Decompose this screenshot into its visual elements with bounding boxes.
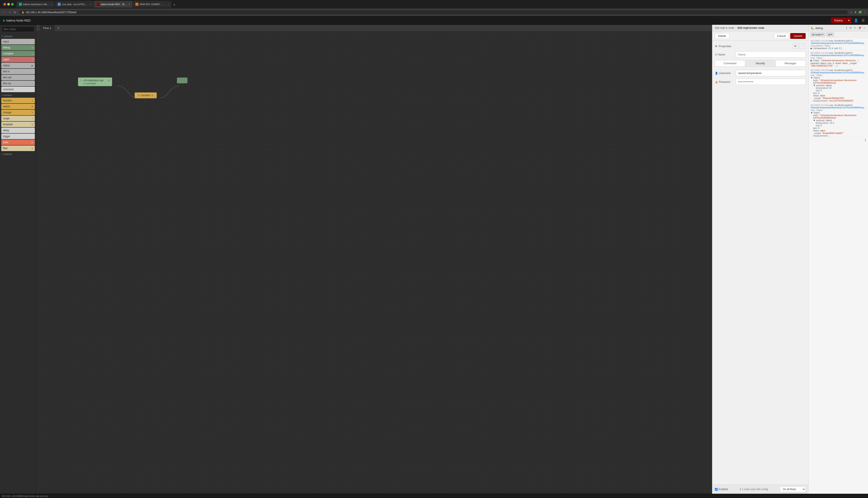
node-template-label: template — [3, 123, 13, 126]
cancel-button[interactable]: Cancel — [774, 33, 789, 39]
enabled-checkbox-label[interactable]: Enabled — [715, 488, 728, 491]
tab-close-node-red[interactable]: × — [129, 3, 130, 5]
flows-select[interactable]: On all flows On current flow — [780, 486, 806, 492]
object-toggle-4[interactable]: ▼ object — [810, 112, 866, 114]
debug-pin-button[interactable]: 📌 — [857, 26, 862, 30]
tab-connection[interactable]: Connection — [715, 61, 745, 66]
node-link-call-label: link call — [3, 76, 11, 79]
debug-path-1: v3/seeed-temperature/devices/eui-2cf7f1c… — [810, 42, 866, 44]
node-change-label: change — [3, 111, 11, 114]
debug-close-button[interactable]: × — [863, 26, 866, 30]
minimize-window-button[interactable] — [7, 3, 10, 5]
extension-icon[interactable]: 🧩 — [858, 11, 862, 14]
canvas-node-mqtt-in[interactable]: v3/+/devices/+/up connected — [78, 77, 112, 86]
sidebar-item-link-in[interactable]: link in — [1, 69, 35, 74]
update-button[interactable]: Update — [790, 33, 806, 39]
browser-tab-balena[interactable]: balena dashboard | Marc-pi4 × — [16, 1, 55, 8]
back-button[interactable]: ← — [2, 10, 7, 15]
sidebar-item-change[interactable]: change ✎ — [1, 110, 35, 115]
mqtt-in-port — [80, 80, 82, 81]
menu-icon[interactable]: ⋮ — [864, 11, 866, 14]
sidebar-item-template[interactable]: template {} — [1, 122, 35, 127]
sidebar-item-debug[interactable]: debug ≡ — [1, 45, 35, 50]
all-nodes-filter-button[interactable]: all nodes ▾ — [810, 32, 825, 37]
download-icon[interactable]: ⬇ — [854, 11, 857, 14]
url-bar[interactable]: 🔒 192.168.1.46:1880/#flow/8ba0200717f564… — [19, 10, 848, 15]
sidebar-item-trigger[interactable]: trigger — [1, 134, 35, 139]
edit-panel-toolbar: Delete Cancel Update — [712, 31, 808, 41]
sidebar-item-function[interactable]: function ƒ — [1, 98, 35, 103]
menu-hamburger-button[interactable]: ☰ — [861, 17, 866, 23]
delete-button[interactable]: Delete — [715, 33, 729, 39]
filter-nodes-input[interactable] — [2, 26, 34, 32]
maximize-window-button[interactable] — [11, 3, 14, 5]
tab-messages[interactable]: Messages — [776, 61, 805, 66]
canvas-node-debug-out[interactable] — [177, 77, 188, 83]
browser-tab-node-red[interactable]: balena Node-RED : 192.168.1.46 × × — [94, 1, 132, 8]
tab-security[interactable]: Security — [745, 61, 775, 66]
close-window-button[interactable] — [3, 3, 6, 5]
sidebar-search-container — [0, 25, 36, 34]
debug-entry-1-meta: 8/11/2022 1:41:40 node: 5bcbfb38ce3d4b76 — [810, 39, 866, 42]
sidebar-item-filter[interactable]: filter ⊘ — [1, 145, 35, 151]
enabled-checkbox-input[interactable] — [715, 488, 718, 491]
debug-settings-button[interactable]: ⚙ — [848, 26, 853, 30]
sidebar-item-catch[interactable]: catch ! — [1, 57, 35, 62]
deploy-button[interactable]: Deploy — [831, 17, 846, 23]
tab-close-grafana[interactable]: × — [167, 3, 169, 5]
object-toggle-3[interactable]: ▼ object — [810, 76, 866, 79]
scroll-to-bottom[interactable]: ⬇ — [809, 138, 867, 143]
exec-icon: ⚙ — [31, 141, 33, 144]
user-icon-button[interactable]: 👤 — [853, 17, 859, 23]
sidebar-item-link-call[interactable]: link call — [1, 75, 35, 80]
debug-preview-1[interactable]: ▶ { temperature: 21.9, soil: 0 } — [810, 47, 866, 50]
properties-doc-icon[interactable]: 📄 — [799, 43, 806, 49]
sidebar-section-header-common[interactable]: ▾ common — [0, 34, 36, 38]
sidebar-item-comment[interactable]: comment — [1, 87, 35, 92]
debug-info-button[interactable]: ℹ — [845, 26, 848, 30]
debug-title-icon: 🐛 — [810, 26, 814, 30]
sidebar-item-status[interactable]: status ◉ — [1, 63, 35, 68]
sidebar-item-exec[interactable]: exec ⚙ — [1, 140, 35, 145]
debug-node-id-3: node: 5bcbfb38ce3d4b76 — [829, 69, 853, 71]
app-body: ▾ common inject ⚡ debug ≡ complete ✓ cat… — [0, 25, 868, 494]
browser-tab-live[interactable]: Live data - eui-2cf7f1c043500... × — [55, 1, 93, 8]
sidebar-item-link-out[interactable]: link out → — [1, 81, 35, 86]
node-link-in-label: link in — [3, 70, 10, 73]
all-filter-button[interactable]: all ▾ — [826, 32, 834, 37]
tab-bar-content: balena dashboard | Marc-pi4 × Live data … — [16, 1, 867, 8]
add-flow-button[interactable]: + — [57, 26, 60, 30]
edit-buttons-right: Cancel Update — [774, 33, 806, 39]
debug-edit-button[interactable]: ✎ — [853, 26, 857, 30]
forward-button[interactable]: → — [7, 10, 12, 15]
debug-preview-2[interactable]: ▶ { topic: "v3/seeed-temperature /device… — [810, 59, 866, 67]
properties-settings-icon[interactable]: ⚙ — [792, 43, 798, 49]
nav-buttons: ← → ↻ — [2, 10, 17, 15]
deploy-dropdown-button[interactable]: ▾ — [846, 17, 851, 23]
browser-tab-grafana[interactable]: ARM DEV SUMMIT - Grafana × — [133, 1, 171, 8]
password-input[interactable] — [736, 79, 806, 85]
sidebar-section-header-network[interactable]: ▾ network — [0, 152, 36, 156]
mqtt-node-status: connected — [80, 82, 110, 85]
reload-button[interactable]: ↻ — [13, 10, 17, 15]
enabled-label: Enabled — [718, 488, 728, 491]
sidebar-item-delay[interactable]: delay — [1, 128, 35, 133]
sidebar-section-header-function[interactable]: ▾ function — [0, 93, 36, 97]
canvas-grid[interactable]: v3/+/devices/+/up connected function — [36, 31, 712, 494]
sidebar-item-switch[interactable]: switch ⊕ — [1, 104, 35, 109]
canvas-node-function[interactable]: function — [135, 92, 157, 99]
tab-close-live[interactable]: × — [90, 3, 91, 5]
new-tab-button[interactable]: + — [172, 2, 177, 8]
sidebar-item-range[interactable]: range i — [1, 116, 35, 121]
tab-close-balena[interactable]: × — [51, 3, 52, 5]
debug-obj-3-payload-toggle[interactable]: ▼ payload: object — [810, 84, 866, 87]
debug-node-id-4: node: 5bcbfb38ce3d4b76 — [829, 104, 853, 106]
properties-label: Properties — [719, 44, 731, 48]
username-input[interactable] — [736, 70, 806, 76]
sidebar-item-inject[interactable]: inject ⚡ — [1, 39, 35, 44]
bookmark-icon[interactable]: ☆ — [850, 11, 853, 14]
debug-obj-4-payload-toggle[interactable]: ▼ payload: object — [810, 119, 866, 122]
sidebar-item-complete[interactable]: complete ✓ — [1, 51, 35, 56]
flow-tab[interactable]: Flow 1 — [40, 25, 55, 31]
name-input[interactable] — [736, 51, 806, 57]
